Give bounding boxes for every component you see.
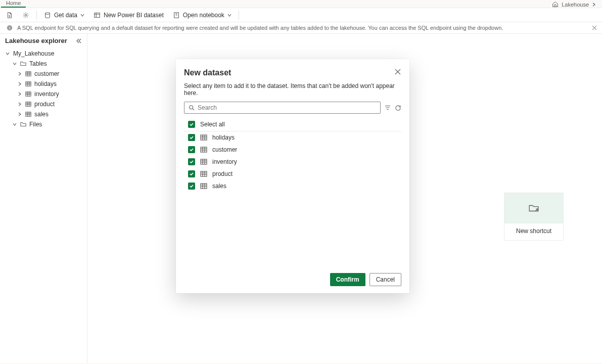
get-data-label: Get data xyxy=(54,12,77,19)
svg-rect-8 xyxy=(26,92,31,97)
svg-rect-15 xyxy=(201,171,207,176)
toolbar-separator xyxy=(239,11,239,20)
open-notebook-label: Open notebook xyxy=(183,12,224,19)
dataset-item-product[interactable]: product xyxy=(184,168,401,180)
refresh-button[interactable] xyxy=(395,105,401,111)
table-icon xyxy=(25,111,31,117)
item-checkbox[interactable] xyxy=(188,170,195,177)
chevron-down-icon xyxy=(12,61,17,66)
tree-table-label: customer xyxy=(34,70,59,77)
chevron-down-icon xyxy=(80,13,84,17)
folder-icon xyxy=(20,61,26,67)
lakehouse-explorer-panel: Lakehouse explorer My_Lakehouse Tables c… xyxy=(0,34,87,363)
tab-home[interactable]: Home xyxy=(1,0,26,8)
search-input[interactable] xyxy=(198,104,376,111)
svg-point-1 xyxy=(45,12,50,14)
table-icon xyxy=(25,81,31,87)
folder-shortcut-icon xyxy=(528,203,539,214)
chevron-right-icon xyxy=(17,71,22,76)
check-icon xyxy=(189,135,194,140)
check-icon xyxy=(189,122,194,127)
dataset-item-sales[interactable]: sales xyxy=(184,180,401,192)
select-all-row[interactable]: Select all xyxy=(184,120,401,131)
refresh-icon xyxy=(395,105,401,111)
confirm-button[interactable]: Confirm xyxy=(330,273,365,286)
table-icon xyxy=(25,71,31,77)
item-label: inventory xyxy=(212,158,237,165)
tree-table-inventory[interactable]: inventory xyxy=(0,89,87,99)
toolbar: Get data New Power BI dataset Open noteb… xyxy=(0,8,602,22)
new-powerbi-dataset-button[interactable]: New Power BI dataset xyxy=(91,11,166,20)
table-icon xyxy=(25,91,31,97)
workspace-switcher[interactable]: Lakehouse xyxy=(549,0,599,9)
banner-close-button[interactable] xyxy=(592,25,597,30)
dataset-item-inventory[interactable]: inventory xyxy=(184,156,401,168)
filter-button[interactable] xyxy=(385,105,391,111)
item-label: sales xyxy=(212,183,226,190)
select-all-checkbox[interactable] xyxy=(188,121,195,128)
item-checkbox[interactable] xyxy=(188,146,195,153)
tree-node-files[interactable]: Files xyxy=(0,119,87,129)
new-shortcut-card[interactable]: New shortcut xyxy=(504,193,564,241)
explorer-tree: My_Lakehouse Tables customerholidaysinve… xyxy=(0,49,87,129)
tree-table-product[interactable]: product xyxy=(0,99,87,109)
info-banner-text: A SQL endpoint for SQL querying and a de… xyxy=(17,25,503,31)
toolbar-separator xyxy=(36,11,37,20)
chevron-right-icon xyxy=(17,81,22,86)
lakehouse-icon xyxy=(552,1,559,8)
svg-point-0 xyxy=(25,14,27,16)
cancel-button[interactable]: Cancel xyxy=(369,273,401,286)
item-label: holidays xyxy=(212,134,235,141)
dataset-item-list: Select all holidayscustomerinventoryprod… xyxy=(184,120,401,269)
search-icon xyxy=(189,105,195,111)
svg-rect-9 xyxy=(26,102,31,107)
collapse-sidebar-button[interactable] xyxy=(76,38,82,44)
chevron-right-icon xyxy=(17,92,22,97)
tree-root-label: My_Lakehouse xyxy=(13,50,54,57)
new-pbi-dataset-label: New Power BI dataset xyxy=(104,12,164,19)
tree-root-lakehouse[interactable]: My_Lakehouse xyxy=(0,49,87,59)
tree-table-holidays[interactable]: holidays xyxy=(0,79,87,89)
svg-rect-10 xyxy=(26,112,31,117)
chevron-right-icon xyxy=(17,102,22,107)
svg-rect-6 xyxy=(26,72,31,76)
item-checkbox[interactable] xyxy=(188,158,195,165)
get-data-button[interactable]: Get data xyxy=(42,11,86,20)
notebook-icon xyxy=(173,12,180,19)
chevron-right-icon xyxy=(17,112,22,117)
workspace-label: Lakehouse xyxy=(562,2,589,8)
check-icon xyxy=(189,147,194,152)
filter-icon xyxy=(385,105,391,111)
svg-rect-7 xyxy=(26,82,31,86)
dialog-close-button[interactable] xyxy=(394,68,401,75)
item-checkbox[interactable] xyxy=(188,183,195,190)
sidebar-title: Lakehouse explorer xyxy=(5,37,67,44)
dataset-item-holidays[interactable]: holidays xyxy=(184,131,401,144)
open-notebook-button[interactable]: Open notebook xyxy=(171,11,234,20)
search-input-wrapper[interactable] xyxy=(184,102,381,114)
tree-table-sales[interactable]: sales xyxy=(0,109,87,119)
table-icon xyxy=(200,146,207,153)
select-all-label: Select all xyxy=(200,121,225,128)
table-icon xyxy=(200,158,207,165)
info-banner: i A SQL endpoint for SQL querying and a … xyxy=(0,22,602,34)
item-checkbox[interactable] xyxy=(188,134,195,141)
file-plus-icon xyxy=(6,12,13,19)
dialog-subtitle: Select any item to add it to the dataset… xyxy=(184,82,401,97)
chevron-double-left-icon xyxy=(76,38,82,44)
check-icon xyxy=(189,184,194,189)
new-dataset-dialog: New dataset Select any item to add it to… xyxy=(176,59,409,293)
table-icon xyxy=(200,170,207,177)
table-icon xyxy=(200,183,207,190)
tree-node-tables[interactable]: Tables xyxy=(0,59,87,69)
svg-point-11 xyxy=(190,106,193,109)
new-file-button[interactable] xyxy=(4,11,15,20)
settings-button[interactable] xyxy=(20,11,31,20)
dataset-item-customer[interactable]: customer xyxy=(184,144,401,156)
svg-rect-14 xyxy=(201,159,207,164)
close-icon xyxy=(592,25,597,30)
item-label: product xyxy=(212,170,233,177)
tree-table-label: holidays xyxy=(34,80,57,87)
tree-table-customer[interactable]: customer xyxy=(0,69,87,79)
close-icon xyxy=(394,68,401,75)
